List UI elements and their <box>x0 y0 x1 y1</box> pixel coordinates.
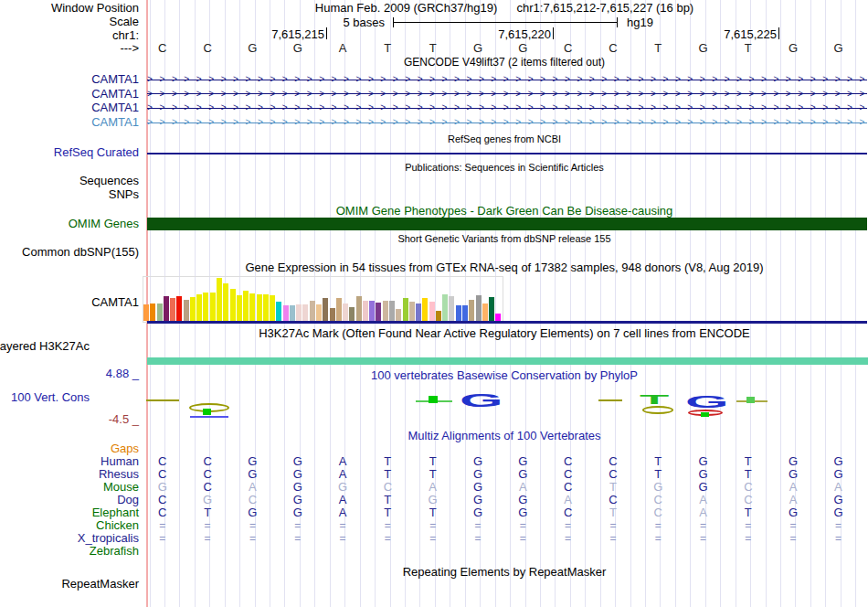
gtex-gene-line[interactable] <box>147 321 867 324</box>
chrom-label[interactable]: chr1: <box>112 29 139 42</box>
multiz-base: G <box>698 455 707 468</box>
strand-arrow[interactable]: ---> <box>120 42 139 55</box>
conservation-logo-glyph <box>203 409 211 415</box>
multiz-base: T <box>429 506 437 519</box>
multiz-base: G <box>698 481 707 494</box>
multiz-base: C <box>744 494 752 506</box>
sequences-label[interactable]: Sequences <box>79 175 139 187</box>
phylop-track-label[interactable]: 100 Vert. Cons <box>11 391 90 404</box>
multiz-base: G <box>473 468 482 481</box>
scale-bar-right-tick <box>617 17 618 27</box>
multiz-unaligned-mark: = <box>655 519 662 532</box>
multiz-base: G <box>248 506 257 519</box>
multiz-base: T <box>429 455 437 468</box>
coordinate-tick <box>553 27 554 39</box>
multiz-species-label[interactable]: Dog <box>117 494 139 506</box>
multiz-base: A <box>789 494 798 506</box>
multiz-species-label[interactable]: Zebrafish <box>90 545 139 558</box>
refseq-curated-label[interactable]: RefSeq Curated <box>54 146 139 159</box>
reference-base: G <box>473 42 482 54</box>
gencode-gene-arrows[interactable]: >>>>>>>>>>>>>>>>>>>>>>>>>>>>>>>>>>>>>>>>… <box>147 101 867 114</box>
multiz-base: T <box>429 468 437 481</box>
repeatmasker-label[interactable]: RepeatMasker <box>61 578 139 591</box>
gencode-gene-label[interactable]: CAMTA1 <box>91 73 139 86</box>
multiz-base: C <box>384 481 392 494</box>
multiz-base: A <box>564 494 572 506</box>
gencode-gene-arrows[interactable]: >>>>>>>>>>>>>>>>>>>>>>>>>>>>>>>>>>>>>>>>… <box>147 116 867 129</box>
layered-h3k27ac-label[interactable]: Layered H3K27Ac <box>0 340 90 353</box>
refseq-gene-line[interactable] <box>147 153 867 154</box>
omim-genes-label[interactable]: OMIM Genes <box>69 218 139 230</box>
common-dbsnp-label[interactable]: Common dbSNP(155) <box>22 246 139 259</box>
multiz-base: G <box>833 468 842 481</box>
multiz-unaligned-mark: = <box>385 532 391 545</box>
multiz-species-label[interactable]: Elephant <box>92 506 139 519</box>
refseq-track-title: RefSeq genes from NCBI <box>142 134 867 144</box>
multiz-base: C <box>249 494 257 506</box>
reference-base: G <box>833 42 842 54</box>
multiz-base: A <box>339 506 347 519</box>
multiz-base: C <box>203 468 211 481</box>
multiz-base: C <box>564 455 572 468</box>
snps-label[interactable]: SNPs <box>109 188 139 201</box>
scale-value: 5 bases <box>324 16 385 29</box>
multiz-unaligned-mark: = <box>340 532 346 545</box>
multiz-base: T <box>745 455 752 468</box>
multiz-base: G <box>653 481 662 494</box>
multiz-unaligned-mark: = <box>565 532 571 545</box>
window-position-label[interactable]: Window Position <box>51 2 139 15</box>
conservation-logo-glyph <box>642 406 673 414</box>
multiz-unaligned-mark: = <box>790 532 797 545</box>
gencode-gene-label[interactable]: CAMTA1 <box>91 116 139 129</box>
multiz-species-label[interactable]: Rhesus <box>99 468 139 481</box>
h3k27ac-signal-bar[interactable] <box>147 357 868 365</box>
omim-gene-bar[interactable] <box>147 218 867 230</box>
multiz-species-label[interactable]: X_tropicalis <box>78 532 139 545</box>
multiz-unaligned-mark: = <box>474 519 481 532</box>
multiz-base: A <box>249 481 257 494</box>
multiz-base: G <box>158 481 167 494</box>
multiz-base: A <box>339 494 347 506</box>
multiz-base: C <box>654 494 662 506</box>
multiz-species-label[interactable]: Gaps <box>111 442 139 455</box>
window-position-title: Human Feb. 2009 (GRCh37/hg19) chr1:7,615… <box>142 2 867 14</box>
gencode-gene-arrows[interactable]: >>>>>>>>>>>>>>>>>>>>>>>>>>>>>>>>>>>>>>>>… <box>147 88 867 101</box>
multiz-unaligned-mark: = <box>520 519 526 532</box>
multiz-unaligned-mark: = <box>700 532 706 545</box>
multiz-base: C <box>609 494 617 506</box>
multiz-base: G <box>293 494 302 506</box>
conservation-logo-glyph: G <box>460 391 503 410</box>
multiz-base: G <box>789 455 798 468</box>
multiz-base: T <box>384 455 391 468</box>
conservation-logo-glyph <box>598 399 622 401</box>
multiz-unaligned-mark: = <box>790 519 797 532</box>
multiz-base: G <box>698 468 707 481</box>
multiz-base: A <box>789 481 798 494</box>
multiz-unaligned-mark: = <box>205 519 211 532</box>
multiz-base: G <box>833 506 842 519</box>
multiz-species-label[interactable]: Mouse <box>103 481 139 494</box>
omim-track-title: OMIM Gene Phenotypes - Dark Green Can Be… <box>142 205 867 217</box>
multiz-base: G <box>518 468 527 481</box>
gencode-gene-label[interactable]: CAMTA1 <box>91 101 139 114</box>
reference-base: G <box>698 42 707 54</box>
multiz-unaligned-mark: = <box>835 532 842 545</box>
scale-label[interactable]: Scale <box>109 16 139 28</box>
multiz-base: G <box>203 494 212 506</box>
multiz-unaligned-mark: = <box>294 519 301 532</box>
conservation-logo-glyph <box>146 399 179 401</box>
coordinate-tick <box>778 27 779 39</box>
gencode-gene-label[interactable]: CAMTA1 <box>91 88 139 101</box>
gencode-gene-arrows[interactable]: >>>>>>>>>>>>>>>>>>>>>>>>>>>>>>>>>>>>>>>>… <box>147 73 867 86</box>
multiz-base: T <box>384 506 391 519</box>
gtex-gene-label[interactable]: CAMTA1 <box>91 296 139 309</box>
multiz-species-label[interactable]: Chicken <box>96 519 139 532</box>
multiz-species-label[interactable]: Human <box>101 455 139 468</box>
multiz-base: T <box>204 506 211 519</box>
multiz-base: G <box>338 481 347 494</box>
multiz-unaligned-mark: = <box>294 532 301 545</box>
scale-bar <box>393 22 618 23</box>
reference-base: C <box>203 42 211 54</box>
conservation-logo-glyph <box>746 397 755 403</box>
multiz-base: G <box>473 455 482 468</box>
